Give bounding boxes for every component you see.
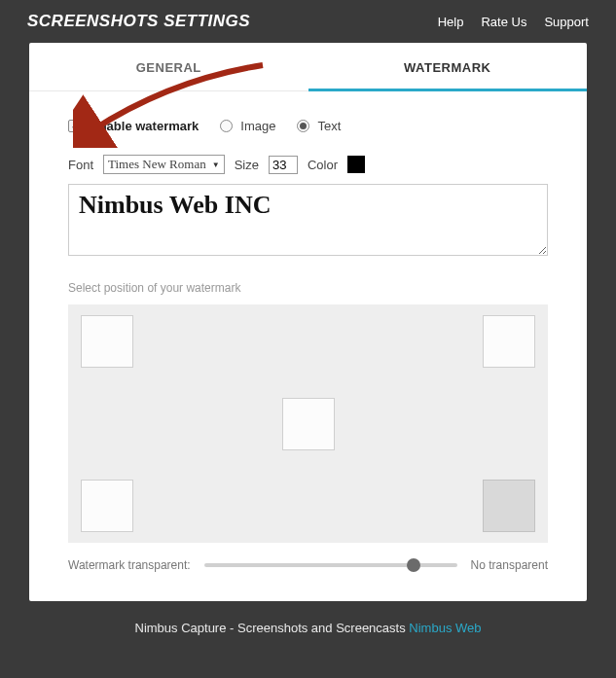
settings-panel: GENERAL WATERMARK Enable watermark Image… xyxy=(29,43,587,601)
font-row: Font Times New Roman Size Color xyxy=(68,155,548,174)
watermark-type-image-label: Image xyxy=(240,119,275,133)
position-bottom-left[interactable] xyxy=(81,480,133,532)
enable-row: Enable watermark Image Text xyxy=(68,119,548,133)
help-link[interactable]: Help xyxy=(438,15,464,29)
position-center[interactable] xyxy=(282,398,335,450)
header-links: Help Rate Us Support xyxy=(438,15,589,29)
size-input[interactable] xyxy=(269,156,298,174)
tabs: GENERAL WATERMARK xyxy=(29,43,587,91)
position-label: Select position of your watermark xyxy=(68,281,548,295)
color-swatch[interactable] xyxy=(347,156,365,173)
position-top-left[interactable] xyxy=(81,315,133,368)
transparency-label: Watermark transparent: xyxy=(68,558,191,572)
tab-general[interactable]: GENERAL xyxy=(29,43,308,90)
transparency-right-label: No transparent xyxy=(471,558,548,572)
transparency-slider[interactable] xyxy=(204,558,457,572)
font-select[interactable]: Times New Roman xyxy=(103,155,225,174)
watermark-text-input[interactable] xyxy=(68,184,548,256)
enable-watermark-checkbox[interactable] xyxy=(68,120,81,132)
footer-link[interactable]: Nimbus Web xyxy=(409,621,481,635)
watermark-type-text-radio[interactable] xyxy=(297,120,309,132)
position-grid xyxy=(68,304,548,543)
transparency-row: Watermark transparent: No transparent xyxy=(68,558,548,572)
size-label: Size xyxy=(235,158,259,172)
app-header: SCREENSHOTS SETTINGS Help Rate Us Suppor… xyxy=(0,0,616,43)
page-title: SCREENSHOTS SETTINGS xyxy=(27,12,250,31)
color-label: Color xyxy=(308,158,338,172)
enable-watermark-label: Enable watermark xyxy=(91,119,199,133)
rate-us-link[interactable]: Rate Us xyxy=(481,15,526,29)
footer: Nimbus Capture - Screenshots and Screenc… xyxy=(0,601,616,645)
position-top-right[interactable] xyxy=(483,315,535,368)
watermark-type-text-label: Text xyxy=(317,119,341,133)
position-bottom-right[interactable] xyxy=(483,480,535,532)
tab-watermark[interactable]: WATERMARK xyxy=(308,43,588,90)
watermark-type-image-radio[interactable] xyxy=(220,120,233,132)
tab-content: Enable watermark Image Text Font Times N… xyxy=(29,91,587,582)
slider-thumb[interactable] xyxy=(407,558,420,572)
footer-text: Nimbus Capture - Screenshots and Screenc… xyxy=(135,621,410,635)
support-link[interactable]: Support xyxy=(544,15,589,29)
font-label: Font xyxy=(68,158,93,172)
